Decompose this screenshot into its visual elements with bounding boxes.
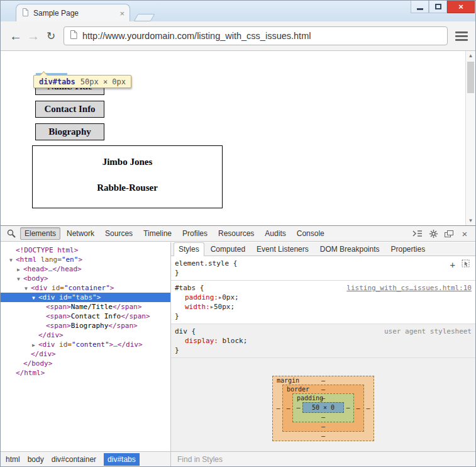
inspect-search-icon[interactable] [4,229,18,238]
css-property-line[interactable]: padding:▶0px; [175,293,472,302]
devtools-tab-profiles[interactable]: Profiles [178,227,212,240]
code-token: "container" [64,284,110,292]
stylesheet-source-link[interactable]: listing_with_cs…issues.html:10 [346,283,472,293]
scrollbar-thumb[interactable] [467,62,474,93]
dom-tree-node[interactable]: </div> [1,330,170,340]
breadcrumb-item[interactable]: body [28,455,44,464]
sidebar-tab-properties[interactable]: Properties [385,242,430,256]
devtools-tab-sources[interactable]: Sources [101,227,137,240]
close-brace-line: } [175,312,472,321]
sidebar-tab-event-listeners[interactable]: Event Listeners [252,242,314,256]
page-tab-button[interactable]: Contact Info [35,101,104,118]
maximize-button[interactable] [429,1,447,13]
sidebar-tab-styles[interactable]: Styles [174,242,204,256]
border-right-value[interactable]: – [354,405,362,412]
dom-tree-node[interactable]: </div> [1,349,170,359]
style-rule-div-user-agent: user agent stylesheetdiv { display: bloc… [171,324,475,358]
devtools-tab-audits[interactable]: Audits [260,227,290,240]
border-left-value[interactable]: – [284,405,292,412]
breadcrumb-item[interactable]: div#tabs [104,453,140,466]
expand-arrow-icon[interactable]: ▶ [32,340,38,350]
padding-bottom-value[interactable]: – [321,414,325,420]
devtools-tab-timeline[interactable]: Timeline [139,227,176,240]
box-model-padding[interactable]: padding– – 50 × 0 – – [292,393,354,422]
margin-bottom-value[interactable]: – [321,432,325,439]
border-bottom-value[interactable]: – [321,423,325,430]
dom-tree-node[interactable]: </body> [1,359,170,368]
collapse-arrow-icon[interactable]: ▼ [9,256,16,265]
styles-filter-input[interactable]: Find in Styles [171,455,229,464]
devtools-tab-resources[interactable]: Resources [214,227,258,240]
css-property-line[interactable]: width:▶50px; [175,302,472,312]
new-style-rule-button[interactable]: + [450,261,455,269]
reload-button[interactable]: ↻ [42,26,60,45]
minimize-icon [417,8,423,10]
margin-right-value[interactable]: – [364,405,372,412]
dom-tree-node[interactable]: ▶<div id="content">…</div> [1,340,170,349]
page-scrollbar[interactable]: ▲ ▼ [465,51,475,225]
dom-tree-node[interactable]: </html> [1,368,170,378]
console-drawer-icon[interactable] [411,227,424,240]
box-model-border[interactable]: border– – padding– – 50 × 0 [282,385,364,432]
devtools-tab-elements[interactable]: Elements [20,227,60,240]
dom-tree-node[interactable]: ▼<div id="container"> [1,283,170,293]
code-token: </span> [113,303,141,311]
tab-close-icon[interactable]: × [119,9,125,18]
dom-tree-node[interactable]: ▼<div id="tabs"> [1,293,170,302]
code-token: <span> [46,322,71,330]
devtools-close-icon[interactable]: × [458,227,472,240]
scroll-up-icon[interactable]: ▲ [466,51,475,60]
devtools-panel: ElementsNetworkSourcesTimelineProfilesRe… [1,225,475,466]
box-model-content[interactable]: 50 × 0 [302,402,344,413]
forward-button[interactable]: → [25,26,42,45]
margin-top-value[interactable]: – [321,377,325,384]
margin-left-value[interactable]: – [274,405,282,412]
dom-tree-node[interactable]: ▼<body> [1,274,170,283]
sidebar-tab-dom-breakpoints[interactable]: DOM Breakpoints [315,242,385,256]
browser-tab[interactable]: Sample Page × [16,4,130,22]
breadcrumb-item[interactable]: html [6,455,20,464]
scroll-down-icon[interactable]: ▼ [466,216,475,225]
css-selector[interactable]: #tabs [175,284,196,292]
collapse-arrow-icon[interactable]: ▼ [32,293,38,303]
margin-label: margin [277,377,299,384]
box-model-margin[interactable]: margin– – border– – padding– [272,376,374,441]
open-brace: { [229,259,237,267]
expand-arrow-icon[interactable]: ▶ [17,265,23,274]
page-tab-button[interactable]: Biography [35,123,104,140]
dock-window-icon[interactable] [442,227,456,240]
dom-tree-node[interactable]: <!DOCTYPE html> [1,245,170,255]
devtools-tab-network[interactable]: Network [62,227,99,240]
close-button[interactable]: × [447,1,475,13]
code-token: id= [55,293,72,301]
dom-tree-node[interactable]: ▶<head>…</head> [1,264,170,274]
settings-gear-icon[interactable] [426,227,440,240]
menu-button[interactable] [454,29,469,43]
border-top-value[interactable]: – [321,386,325,393]
css-selector[interactable]: element.style [175,259,229,267]
close-brace-line: } [175,268,472,278]
css-selector[interactable]: div [175,327,187,335]
tab-title: Sample Page [33,9,116,18]
back-button[interactable]: ← [7,26,25,45]
devtools-tab-console[interactable]: Console [292,227,329,240]
code-token: <div [31,284,48,292]
toggle-element-state-button[interactable] [462,259,470,270]
code-token: > [78,256,82,264]
collapse-arrow-icon[interactable]: ▼ [25,284,31,293]
address-bar[interactable]: http://www.yourdomain.com/listing_with_c… [64,26,448,45]
breadcrumb-item[interactable]: div#container [52,455,96,464]
dom-tree-node[interactable]: <span>Name/Title</span> [1,302,170,312]
new-tab-button[interactable] [134,14,155,21]
dom-tree-node[interactable]: ▼<html lang="en"> [1,255,170,264]
url-text[interactable]: http://www.yourdomain.com/listing_with_c… [82,31,311,41]
dom-tree-node[interactable]: <span>Contact Info</span> [1,312,170,321]
padding-right-value[interactable]: – [344,404,352,411]
dom-tree-node[interactable]: <span>Biography</span> [1,321,170,330]
minimize-button[interactable] [411,1,429,13]
sidebar-tab-computed[interactable]: Computed [206,242,250,256]
collapse-arrow-icon[interactable]: ▼ [17,274,23,284]
padding-left-value[interactable]: – [294,404,302,411]
code-token: "en" [62,256,79,264]
css-property-line[interactable]: display: block; [175,336,472,346]
